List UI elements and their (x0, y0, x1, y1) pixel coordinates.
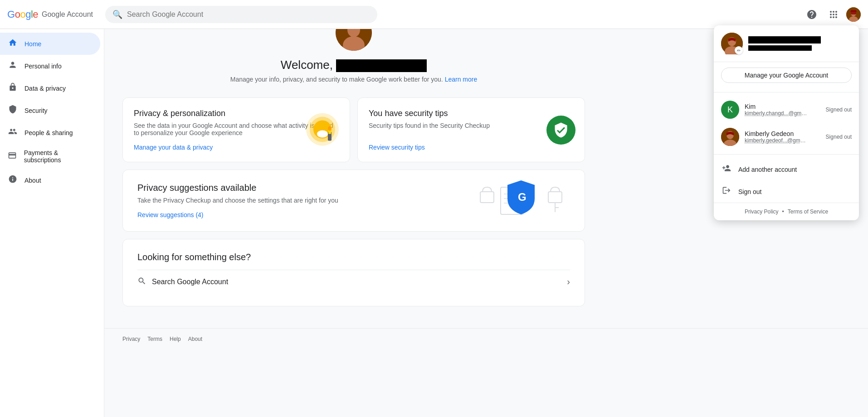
account-dropdown: ✏ Manage your Google Account K Kim kimbe… (714, 25, 859, 220)
person-icon (7, 60, 18, 72)
kim-email: kimberly.changd...@gmail.com (745, 110, 808, 116)
sidebar-item-home[interactable]: Home (0, 33, 100, 55)
add-account-label: Add another account (738, 166, 797, 173)
dropdown-header: ✏ (714, 25, 859, 62)
svg-rect-21 (548, 192, 562, 203)
app-header: Google Google Account 🔍 (0, 0, 868, 29)
search-icon: 🔍 (112, 10, 122, 19)
dropdown-user-email (748, 45, 812, 51)
sidebar-item-data-label: Data & privacy (24, 85, 66, 92)
security-card-link[interactable]: Review security tips (369, 144, 574, 151)
suggestions-svg: G (476, 178, 566, 223)
account-item-kim[interactable]: K Kim kimberly.changd...@gmail.com Signe… (714, 96, 859, 123)
header-actions (803, 5, 861, 24)
group-icon (7, 127, 18, 138)
card-icon (7, 151, 18, 162)
privacy-suggestions-illustration: G (476, 178, 566, 223)
shield-check-icon (546, 116, 575, 145)
search-row-label: Search Google Account (152, 278, 561, 286)
page-footer: Privacy Terms Help About (104, 328, 868, 349)
google-logo: Google (7, 9, 38, 20)
footer-help-link[interactable]: Help (170, 336, 181, 342)
sidebar-item-people-label: People & sharing (24, 129, 73, 136)
looking-title: Looking for something else? (137, 252, 570, 262)
footer-terms-link[interactable]: Terms (147, 336, 162, 342)
search-row-arrow: › (567, 276, 570, 287)
sign-out-item[interactable]: Sign out (714, 180, 859, 203)
avatar-button[interactable] (846, 7, 861, 22)
avatar-image (846, 7, 861, 22)
dropdown-divider-2 (714, 154, 859, 155)
search-row-icon (137, 276, 146, 287)
dropdown-avatar: ✏ (721, 33, 743, 54)
add-person-icon (721, 164, 732, 175)
info-icon (7, 175, 18, 186)
search-bar[interactable]: 🔍 (105, 6, 377, 23)
kim-info: Kim kimberly.changd...@gmail.com (745, 103, 820, 116)
shield-icon (7, 105, 18, 116)
kimberly-status: Signed out (826, 134, 852, 140)
main-content: Welcome, Manage your info, privacy, and … (104, 0, 603, 328)
svg-point-11 (317, 130, 328, 137)
account-search-row[interactable]: Search Google Account › (137, 270, 570, 293)
svg-rect-15 (480, 192, 494, 203)
looking-section: Looking for something else? Search Googl… (122, 239, 585, 306)
app-name: Google Account (42, 10, 93, 19)
sidebar-item-data-privacy[interactable]: Data & privacy (0, 77, 100, 99)
privacy-card: Privacy & personalization See the data i… (122, 97, 350, 162)
kimberly-info: Kimberly Gedeon kimberly.gedeof...@gmail… (745, 130, 820, 144)
sign-out-icon (721, 186, 732, 197)
security-card-icon (546, 116, 575, 145)
sidebar-item-about-label: About (24, 177, 41, 184)
sidebar-item-people-sharing[interactable]: People & sharing (0, 121, 100, 144)
sidebar-item-personal-info[interactable]: Personal info (0, 55, 100, 77)
terms-link[interactable]: Terms of Service (788, 208, 828, 215)
footer-privacy-link[interactable]: Privacy (122, 336, 140, 342)
sidebar-item-payments-label: Payments & subscriptions (24, 149, 93, 164)
kimberly-avatar (721, 128, 739, 146)
dropdown-footer: Privacy Policy • Terms of Service (714, 203, 859, 220)
add-account-item[interactable]: Add another account (714, 158, 859, 180)
security-card: You have security tips Security tips fou… (357, 97, 585, 162)
avatar-edit-badge: ✏ (735, 46, 743, 54)
svg-text:G: G (518, 191, 527, 203)
search-input[interactable] (127, 10, 370, 19)
welcome-text: Welcome, (281, 58, 427, 72)
privacy-policy-link[interactable]: Privacy Policy (745, 208, 779, 215)
footer-separator: • (782, 208, 784, 215)
account-item-kimberly[interactable]: Kimberly Gedeon kimberly.gedeof...@gmail… (714, 123, 859, 150)
subtitle-text: Manage your info, privacy, and security … (230, 76, 477, 83)
help-button[interactable] (803, 5, 821, 24)
sidebar-item-security[interactable]: Security (0, 99, 100, 121)
dropdown-user-name (748, 36, 821, 44)
user-name-redacted (336, 59, 427, 72)
cards-grid: Privacy & personalization See the data i… (122, 97, 585, 162)
dropdown-name-section (748, 36, 852, 51)
lock-icon (7, 82, 18, 94)
home-icon (7, 38, 18, 49)
svg-point-14 (328, 126, 332, 131)
manage-account-button[interactable]: Manage your Google Account (721, 68, 852, 83)
kim-status: Signed out (826, 107, 852, 113)
sidebar-item-about[interactable]: About (0, 169, 100, 191)
kim-name: Kim (745, 103, 820, 110)
sidebar-item-personal-label: Personal info (24, 63, 62, 70)
sidebar: Home Personal info Data & privacy Securi… (0, 29, 104, 349)
security-card-title: You have security tips (369, 109, 574, 118)
privacy-suggestions-card: Privacy suggestions available Take the P… (122, 170, 585, 232)
dropdown-divider-1 (714, 92, 859, 92)
sidebar-item-home-label: Home (24, 40, 41, 48)
kimberly-name: Kimberly Gedeon (745, 130, 820, 137)
learn-more-link[interactable]: Learn more (445, 76, 478, 83)
kim-avatar: K (721, 101, 739, 119)
privacy-card-icon (304, 111, 341, 149)
sidebar-item-payments[interactable]: Payments & subscriptions (0, 144, 100, 169)
logo-section: Google Google Account (7, 9, 98, 20)
footer-about-link[interactable]: About (188, 336, 202, 342)
sign-out-label: Sign out (738, 188, 761, 195)
sidebar-item-security-label: Security (24, 107, 48, 114)
apps-button[interactable] (824, 5, 843, 24)
kimberly-email: kimberly.gedeof...@gmail.com (745, 137, 808, 144)
security-card-desc: Security tips found in the Security Chec… (369, 122, 574, 136)
